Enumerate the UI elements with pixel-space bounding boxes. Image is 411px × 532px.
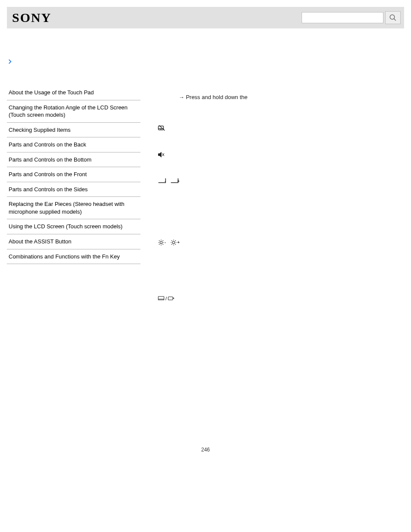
minus-sign: -: [165, 240, 166, 245]
svg-line-25: [171, 244, 172, 245]
svg-line-23: [171, 240, 172, 241]
sidebar-item-parts-back[interactable]: Parts and Controls on the Back: [7, 137, 140, 152]
intro-paragraph: x: [158, 80, 400, 89]
sidebar-item-label: About the ASSIST Button: [9, 238, 72, 245]
minus-sign: -: [165, 179, 166, 184]
lcd-icon: [158, 296, 165, 301]
svg-rect-27: [158, 296, 164, 300]
svg-line-15: [162, 244, 163, 245]
sidebar-item-label: Using the LCD Screen (Touch screen model…: [9, 223, 122, 230]
fn-f5-f6-row: - + Press the button repeatedly to adjus…: [158, 238, 400, 264]
svg-point-9: [160, 241, 162, 243]
svg-line-24: [175, 244, 176, 245]
sidebar-item-label: Changing the Rotation Angle of the LCD S…: [9, 104, 128, 118]
sidebar-item-label: Parts and Controls on the Back: [9, 141, 86, 148]
plus-sign: +: [177, 179, 180, 184]
main-content: x Fn + F2 → Press and hold down the Enab…: [140, 33, 404, 309]
slash: /: [165, 296, 167, 301]
sidebar-item-parts-bottom[interactable]: Parts and Controls on the Bottom: [7, 152, 140, 168]
fn-f1-row: Enables or disables the touch pad.: [158, 124, 400, 132]
sidebar-item-assist-button[interactable]: About the ASSIST Button: [7, 234, 140, 249]
svg-line-17: [162, 240, 163, 241]
svg-line-16: [159, 244, 160, 245]
svg-line-1: [394, 19, 396, 21]
sidebar-item-label: Parts and Controls on the Sides: [9, 186, 88, 193]
search-area: [302, 11, 401, 24]
sidebar-item-fn-key[interactable]: Combinations and Functions with the Fn K…: [7, 249, 140, 264]
svg-marker-6: [159, 152, 162, 157]
svg-line-14: [159, 240, 160, 241]
sidebar-item-supplied-items[interactable]: Checking Supplied Items: [7, 123, 140, 138]
sidebar-item-label: Checking Supplied Items: [9, 127, 71, 133]
example-arrow-text: → Press and hold down the: [179, 94, 248, 100]
sidebar: Parts Description About the Usage of the…: [7, 33, 140, 309]
sidebar-item-label: Parts and Controls on the Bottom: [9, 156, 91, 163]
svg-point-18: [173, 241, 175, 243]
page-header: Sony: [7, 7, 404, 28]
sidebar-item-parts-sides[interactable]: Parts and Controls on the Sides: [7, 182, 140, 197]
sidebar-item-lcd-screen[interactable]: Using the LCD Screen (Touch screen model…: [7, 219, 140, 234]
sidebar-item-touch-pad-usage[interactable]: About the Usage of the Touch Pad: [7, 85, 140, 100]
svg-line-26: [175, 240, 176, 241]
brightness-down-icon: [158, 239, 165, 246]
sidebar-item-ear-pieces[interactable]: Replacing the Ear Pieces (Stereo headset…: [7, 197, 140, 219]
mute-icon: [158, 151, 165, 158]
sidebar-item-rotation-angle[interactable]: Changing the Rotation Angle of the LCD S…: [7, 100, 140, 123]
plus-sign: +: [177, 240, 180, 245]
sidebar-item-label: Replacing the Ear Pieces (Stereo headset…: [9, 201, 125, 215]
chevron-right-icon: [7, 59, 13, 65]
sidebar-item-label: About the Usage of the Touch Pad: [9, 89, 94, 96]
search-input[interactable]: [302, 12, 383, 23]
sidebar-item-label: Parts and Controls on the Front: [9, 171, 87, 177]
fn-f3-f4-row: - + Press the button repeatedly to adjus…: [158, 177, 400, 202]
page-number: 246: [0, 447, 411, 453]
svg-rect-29: [168, 297, 173, 300]
svg-point-0: [390, 15, 395, 19]
sidebar-item-label: Combinations and Functions with the Fn K…: [9, 253, 120, 260]
touchpad-off-icon: [158, 124, 165, 131]
search-icon: [389, 14, 397, 22]
external-display-icon: [168, 296, 174, 301]
sidebar-item-parts-front[interactable]: Parts and Controls on the Front: [7, 167, 140, 182]
brightness-up-icon: [170, 239, 177, 246]
breadcrumb[interactable]: Parts Description: [7, 59, 140, 65]
search-button[interactable]: [385, 11, 401, 24]
fn-f7-row: / Switches the display output to an exte…: [158, 295, 400, 304]
brand-logo: Sony: [10, 10, 53, 25]
fn-f2-row: Turns on and off the volume.: [158, 150, 400, 159]
